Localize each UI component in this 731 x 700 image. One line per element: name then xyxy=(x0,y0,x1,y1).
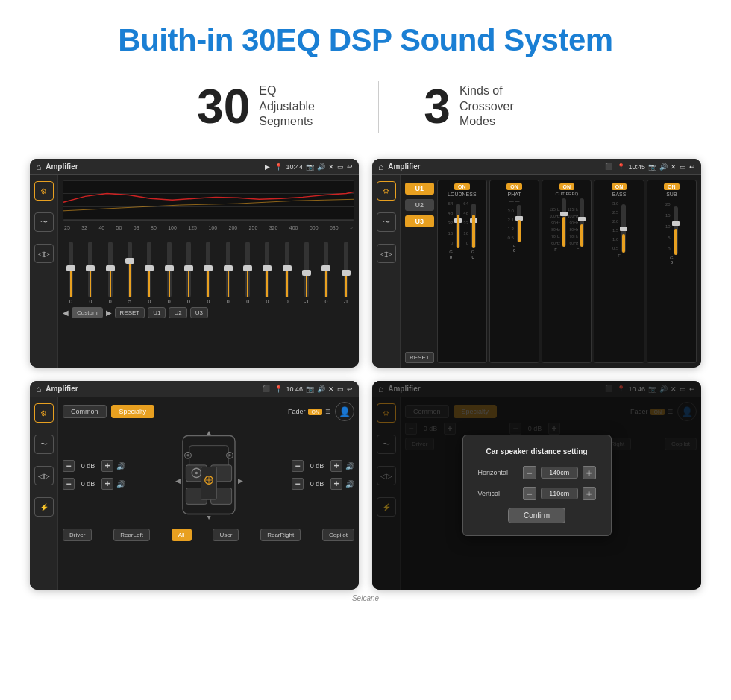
vertical-minus-btn[interactable]: − xyxy=(523,487,536,500)
dialog-title: Car speaker distance setting xyxy=(478,447,596,455)
speaker-body: ⚙ 〜 ◁▷ ⚡ Common Specialty Fader ON xyxy=(30,397,359,590)
speaker-icon-vol[interactable]: ◁▷ xyxy=(34,466,54,485)
crossover-time: 10:45 xyxy=(628,163,645,171)
speaker-side-icons: ⚙ 〜 ◁▷ ⚡ xyxy=(30,397,58,590)
home-icon-3[interactable]: ⌂ xyxy=(36,384,41,394)
crossover-icon-vol[interactable]: ◁▷ xyxy=(377,244,396,263)
next-icon[interactable]: ▶ xyxy=(106,309,112,317)
fader-bars-icon: ≡ xyxy=(325,406,330,417)
cutfreq-slider-2 xyxy=(580,198,584,247)
loudness-on-badge: ON xyxy=(454,183,470,190)
eq-reset-btn[interactable]: RESET xyxy=(115,307,145,318)
eq-slider-14: 0 xyxy=(319,242,333,304)
person-icon[interactable]: 👤 xyxy=(335,402,354,421)
eq-slider-12: 0 xyxy=(280,242,294,304)
db-plus-2[interactable]: + xyxy=(101,478,113,490)
home-icon-2[interactable]: ⌂ xyxy=(378,162,383,172)
eq-u2-btn[interactable]: U2 xyxy=(169,307,186,318)
copilot-btn[interactable]: Copilot xyxy=(322,529,354,541)
eq-time: 10:44 xyxy=(286,163,303,171)
crossover-icon-tune[interactable]: ⚙ xyxy=(377,181,396,201)
eq-top-bar: ⌂ Amplifier ▶ 📍 10:44 📷 🔊 ✕ ▭ ↩ xyxy=(30,159,359,175)
db-value-4: 0 dB xyxy=(307,480,327,488)
crossover-icon-wave[interactable]: 〜 xyxy=(377,212,396,232)
close-icon[interactable]: ✕ xyxy=(328,163,334,171)
driver-btn[interactable]: Driver xyxy=(63,529,92,541)
screen-distance-wrapper: ⌂ Amplifier ⬛ 📍 10:46 📷 🔊 ✕ ▭ ↩ xyxy=(372,381,701,590)
close-icon-2[interactable]: ✕ xyxy=(671,163,677,171)
eq-slider-15: -1 xyxy=(339,242,353,304)
eq-slider-3: 0 xyxy=(104,242,117,304)
crossover-body: ⚙ 〜 ◁▷ U1 U2 U3 RESET xyxy=(372,175,701,368)
db-minus-1[interactable]: − xyxy=(63,460,75,472)
crossover-top-bar: ⌂ Amplifier ⬛ 📍 10:45 📷 🔊 ✕ ▭ ↩ xyxy=(372,159,701,175)
u1-btn[interactable]: U1 xyxy=(405,183,434,195)
close-icon-3[interactable]: ✕ xyxy=(328,385,334,393)
db-row-3: − 0 dB + 🔊 xyxy=(292,460,354,472)
speaker-icon-tune[interactable]: ⚙ xyxy=(34,403,54,423)
screen-distance: ⌂ Amplifier ⬛ 📍 10:46 📷 🔊 ✕ ▭ ↩ xyxy=(372,381,701,590)
stats-row: 30 EQ AdjustableSegments 3 Kinds ofCross… xyxy=(30,81,701,133)
eq-slider-9: 0 xyxy=(222,242,235,304)
distance-dialog: Car speaker distance setting Horizontal … xyxy=(462,435,612,536)
common-btn[interactable]: Common xyxy=(63,405,107,418)
db-plus-1[interactable]: + xyxy=(101,460,113,472)
ch-phat: ON PHAT — — 3.02.11.30.5 xyxy=(489,180,539,363)
bass-slider xyxy=(621,204,626,253)
fader-label: Fader xyxy=(288,408,306,415)
eq-custom-btn[interactable]: Custom xyxy=(72,307,103,318)
home-icon[interactable]: ⌂ xyxy=(36,162,41,172)
pin-icon: 📍 xyxy=(274,163,283,171)
stat-crossover: 3 Kinds ofCrossover Modes xyxy=(379,83,579,130)
eq-u3-btn[interactable]: U3 xyxy=(190,307,208,318)
eq-icon-wave[interactable]: 〜 xyxy=(34,212,54,232)
eq-slider-2: 0 xyxy=(84,242,97,304)
rearleft-btn[interactable]: RearLeft xyxy=(113,529,150,541)
speaker-icon-bluetooth[interactable]: ⚡ xyxy=(34,497,54,517)
crossover-reset-btn[interactable]: RESET xyxy=(405,352,434,363)
horizontal-minus-btn[interactable]: − xyxy=(523,466,536,479)
db-value-3: 0 dB xyxy=(307,462,327,470)
eq-slider-10: 0 xyxy=(241,242,254,304)
eq-icon-tune[interactable]: ⚙ xyxy=(34,181,54,201)
speaker-mode-row: Common Specialty Fader ON ≡ 👤 xyxy=(63,402,354,421)
sub-label: SUB xyxy=(666,192,677,197)
horizontal-plus-btn[interactable]: + xyxy=(583,466,596,479)
crossover-number: 3 xyxy=(424,83,451,130)
eq-u1-btn[interactable]: U1 xyxy=(148,307,166,318)
speaker-icon-wave[interactable]: 〜 xyxy=(34,435,54,454)
camera-icon-3: 📷 xyxy=(306,385,314,393)
db-plus-3[interactable]: + xyxy=(330,460,342,472)
specialty-btn[interactable]: Specialty xyxy=(111,405,155,418)
back-icon-3[interactable]: ↩ xyxy=(347,385,353,393)
confirm-button[interactable]: Confirm xyxy=(508,508,565,523)
all-btn[interactable]: All xyxy=(172,529,192,541)
horizontal-label: Horizontal xyxy=(478,469,518,476)
vertical-plus-btn[interactable]: + xyxy=(583,487,596,500)
eq-slider-13: -1 xyxy=(300,242,313,304)
back-icon[interactable]: ↩ xyxy=(347,163,353,171)
pin-icon-2: 📍 xyxy=(617,163,625,171)
u3-btn[interactable]: U3 xyxy=(405,215,434,227)
screen-crossover: ⌂ Amplifier ⬛ 📍 10:45 📷 🔊 ✕ ▭ ↩ xyxy=(372,159,701,368)
cutfreq-label: CUT FREQ xyxy=(556,192,579,196)
eq-side-icons: ⚙ 〜 ◁▷ xyxy=(30,175,58,368)
sub-on-badge: ON xyxy=(664,183,680,190)
eq-icon-vol[interactable]: ◁▷ xyxy=(34,244,54,263)
volume-icon-3: 🔊 xyxy=(317,385,325,393)
eq-body: ⚙ 〜 ◁▷ xyxy=(30,175,359,368)
db-minus-2[interactable]: − xyxy=(63,478,75,490)
page-title: Buith-in 30EQ DSP Sound System xyxy=(30,22,701,58)
rearright-btn[interactable]: RearRight xyxy=(260,529,301,541)
db-minus-3[interactable]: − xyxy=(292,460,304,472)
db-plus-4[interactable]: + xyxy=(330,478,342,490)
back-icon-2[interactable]: ↩ xyxy=(689,163,695,171)
db-row-4: − 0 dB + 🔊 xyxy=(292,478,354,490)
vertical-value: 110cm xyxy=(541,488,578,499)
prev-icon[interactable]: ◀ xyxy=(63,309,69,317)
user-btn[interactable]: User xyxy=(213,529,239,541)
u2-btn[interactable]: U2 xyxy=(405,199,434,211)
db-minus-4[interactable]: − xyxy=(292,478,304,490)
eq-slider-7: 0 xyxy=(182,242,195,304)
volume-icon-2: 🔊 xyxy=(659,163,668,171)
